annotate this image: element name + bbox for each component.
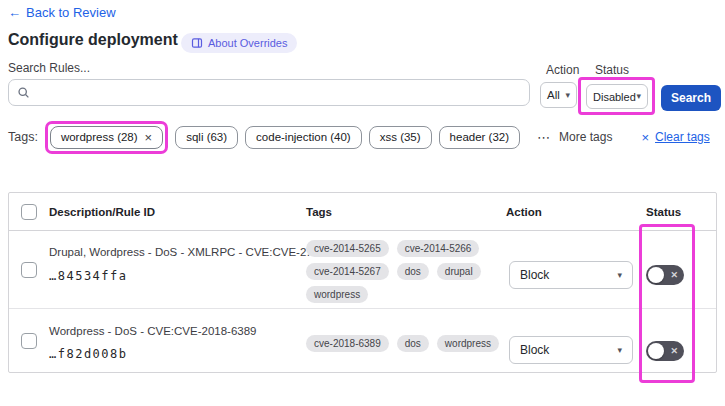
tag-filter-pill[interactable]: sqli (63)	[175, 126, 238, 149]
status-filter-value: Disabled	[593, 91, 636, 103]
toggle-knob	[648, 343, 664, 359]
tag-filter-pill[interactable]: header (32)	[439, 126, 520, 149]
toggle-off-icon: ✕	[670, 347, 678, 356]
rule-tags: cve-2018-6389doswordpress	[306, 335, 504, 352]
status-toggle[interactable]: ✕	[646, 341, 684, 361]
action-filter-dropdown[interactable]: All ▾	[540, 82, 577, 108]
action-dropdown[interactable]: Block ▾	[509, 261, 633, 289]
action-value: Block	[520, 343, 549, 357]
configure-deployment-screen: ← Back to Review Configure deployment Ab…	[0, 0, 725, 406]
status-toggle[interactable]: ✕	[646, 265, 684, 285]
rule-description: Wordpress - DoS - CVE:CVE-2018-6389	[49, 325, 257, 337]
status-filter-label: Status	[595, 63, 629, 77]
highlight-box-selected-tag: wordpress (28) ×	[45, 121, 168, 154]
back-arrow-icon: ←	[8, 5, 21, 20]
rule-id: …f82d008b	[49, 347, 128, 361]
tag-chip: wordpress	[437, 335, 499, 352]
tag-chip: cve-2018-6389	[306, 335, 389, 352]
clear-tags-link[interactable]: × Clear tags	[641, 130, 709, 145]
remove-tag-icon[interactable]: ×	[145, 131, 153, 144]
tags-bar-label: Tags:	[8, 130, 38, 144]
tags-bar: Tags: wordpress (28) × sqli (63)code-inj…	[8, 119, 717, 155]
toggle-knob	[648, 267, 664, 283]
table-header-row: Description/Rule ID Tags Action Status	[9, 193, 716, 231]
book-icon	[191, 37, 203, 49]
selected-tag-label: wordpress (28)	[61, 131, 138, 143]
tag-chip: cve-2014-5265	[306, 240, 389, 257]
chevron-down-icon: ▾	[636, 92, 641, 101]
row-checkbox[interactable]	[21, 262, 37, 278]
status-filter-dropdown[interactable]: Disabled ▾	[586, 84, 648, 109]
search-icon	[17, 86, 30, 99]
col-header-tags: Tags	[306, 206, 332, 218]
search-rules-label: Search Rules...	[8, 61, 90, 75]
col-header-description: Description/Rule ID	[49, 206, 155, 218]
tag-chip: dos	[397, 263, 429, 280]
table-row: Wordpress - DoS - CVE:CVE-2018-6389 …f82…	[9, 309, 716, 373]
toggle-off-icon: ✕	[670, 271, 678, 280]
rule-description: Drupal, Wordpress - DoS - XMLRPC - CVE:C…	[49, 246, 318, 258]
row-checkbox[interactable]	[21, 333, 37, 349]
select-all-checkbox[interactable]	[21, 204, 37, 220]
tag-filter-pill[interactable]: code-injection (40)	[245, 126, 362, 149]
action-dropdown[interactable]: Block ▾	[509, 336, 633, 364]
chevron-down-icon: ▾	[617, 271, 622, 280]
tag-chip: dos	[397, 335, 429, 352]
table-row: Drupal, Wordpress - DoS - XMLRPC - CVE:C…	[9, 231, 716, 309]
col-header-action: Action	[506, 206, 542, 218]
page-title: Configure deployment	[8, 31, 178, 49]
search-button[interactable]: Search	[661, 85, 721, 111]
selected-tag-wordpress[interactable]: wordpress (28) ×	[50, 126, 163, 149]
tag-chip: cve-2014-5267	[306, 263, 389, 280]
clear-tags-x-icon: ×	[641, 130, 649, 145]
rules-table: Description/Rule ID Tags Action Status D…	[8, 192, 717, 373]
tag-filter-pill[interactable]: xss (35)	[369, 126, 432, 149]
action-filter-label: Action	[546, 63, 579, 77]
chevron-down-icon: ▾	[565, 91, 570, 100]
action-value: Block	[520, 268, 549, 282]
search-rules-input[interactable]	[8, 79, 530, 106]
about-overrides-label: About Overrides	[208, 37, 287, 49]
more-tags-label: More tags	[559, 130, 612, 144]
rule-id: …84534ffa	[49, 269, 128, 283]
more-tags-button[interactable]: ⋯ More tags	[537, 130, 612, 145]
back-link-label: Back to Review	[26, 5, 116, 20]
tag-filter-list: sqli (63)code-injection (40)xss (35)head…	[175, 126, 520, 149]
tag-chip: drupal	[437, 263, 481, 280]
chevron-down-icon: ▾	[617, 346, 622, 355]
col-header-status: Status	[646, 206, 681, 218]
back-to-review-link[interactable]: ← Back to Review	[8, 5, 116, 20]
rule-tags: cve-2014-5265cve-2014-5266cve-2014-5267d…	[306, 240, 504, 303]
clear-tags-label: Clear tags	[655, 130, 710, 144]
tag-chip: cve-2014-5266	[397, 240, 480, 257]
ellipsis-icon: ⋯	[537, 130, 551, 145]
about-overrides-badge[interactable]: About Overrides	[181, 33, 297, 53]
tag-chip: wordpress	[306, 286, 368, 303]
action-filter-value: All	[547, 89, 560, 101]
